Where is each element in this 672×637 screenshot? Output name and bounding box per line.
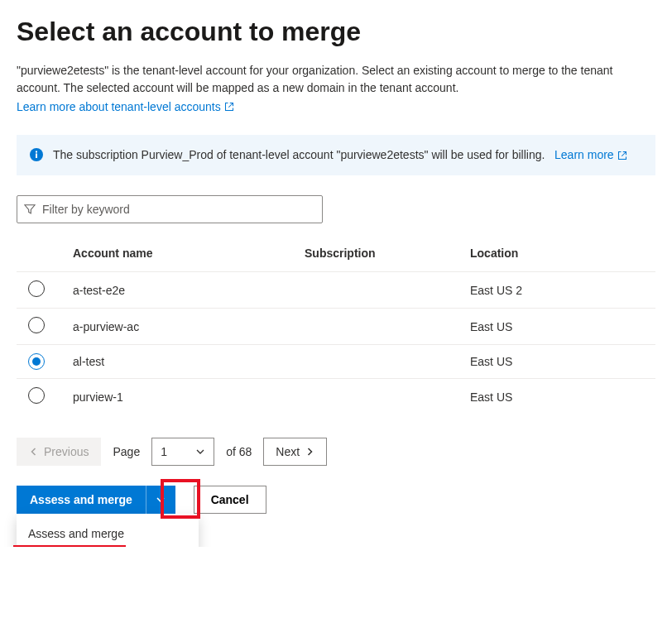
row-radio[interactable] <box>28 280 45 297</box>
assess-merge-dropdown-toggle[interactable] <box>146 486 175 514</box>
filter-input-wrapper[interactable] <box>17 195 323 223</box>
table-row[interactable]: a-purview-ac East US <box>17 309 655 345</box>
column-header-name[interactable]: Account name <box>66 238 298 272</box>
cell-subscription <box>298 272 463 309</box>
page-select[interactable]: 1 <box>151 438 214 466</box>
learn-more-accounts-label: Learn more about tenant-level accounts <box>17 100 221 113</box>
svg-rect-1 <box>36 154 37 159</box>
cell-name: purview-1 <box>66 379 298 415</box>
cell-location: East US <box>463 379 655 415</box>
svg-rect-2 <box>36 151 37 153</box>
cancel-button[interactable]: Cancel <box>194 486 266 514</box>
chevron-down-icon <box>156 495 166 505</box>
filter-icon <box>24 204 36 215</box>
next-label: Next <box>276 445 300 458</box>
cell-name: al-test <box>66 345 298 379</box>
cell-subscription <box>298 309 463 345</box>
accounts-table: Account name Subscription Location a-tes… <box>17 238 655 414</box>
filter-input[interactable] <box>41 202 315 217</box>
menu-item-assess-and-merge[interactable]: Assess and merge <box>17 519 199 547</box>
column-header-location[interactable]: Location <box>463 238 655 272</box>
cell-location: East US <box>463 309 655 345</box>
billing-info-box: The subscription Purview_Prod of tenant-… <box>17 135 655 175</box>
billing-learn-more-label: Learn more <box>554 146 614 164</box>
chevron-down-icon <box>195 447 205 457</box>
table-row[interactable]: a-test-e2e East US 2 <box>17 272 655 309</box>
cell-name: a-test-e2e <box>66 272 298 309</box>
billing-info-text: The subscription Purview_Prod of tenant-… <box>53 148 545 161</box>
external-link-icon <box>617 151 627 160</box>
column-header-subscription[interactable]: Subscription <box>298 238 463 272</box>
next-button[interactable]: Next <box>263 438 327 466</box>
page-title: Select an account to merge <box>17 17 655 47</box>
page-of-label: of 68 <box>226 445 252 458</box>
page-value: 1 <box>161 445 167 458</box>
pagination: Previous Page 1 of 68 Next <box>17 438 655 466</box>
assess-merge-button[interactable]: Assess and merge <box>17 486 146 514</box>
table-row[interactable]: purview-1 East US <box>17 379 655 415</box>
table-row[interactable]: al-test East US <box>17 345 655 379</box>
external-link-icon <box>224 102 234 112</box>
footer-actions: Assess and merge Cancel Assess and merge… <box>17 486 655 514</box>
cell-location: East US 2 <box>463 272 655 309</box>
previous-label: Previous <box>44 445 89 458</box>
row-radio[interactable] <box>28 387 45 404</box>
page-description: "purviewe2etests" is the tenant-level ac… <box>17 62 655 97</box>
assess-merge-split-button: Assess and merge <box>17 486 175 514</box>
row-radio[interactable] <box>28 353 45 370</box>
previous-button[interactable]: Previous <box>17 438 101 466</box>
cell-subscription <box>298 379 463 415</box>
page-label: Page <box>113 445 140 458</box>
assess-merge-dropdown: Assess and merge Assess only <box>17 514 199 547</box>
cell-location: East US <box>463 345 655 379</box>
info-icon <box>30 148 43 161</box>
row-radio[interactable] <box>28 317 45 333</box>
cell-subscription <box>298 345 463 379</box>
cell-name: a-purview-ac <box>66 309 298 345</box>
learn-more-accounts-link[interactable]: Learn more about tenant-level accounts <box>17 100 234 113</box>
billing-learn-more-link[interactable]: Learn more <box>554 146 627 164</box>
